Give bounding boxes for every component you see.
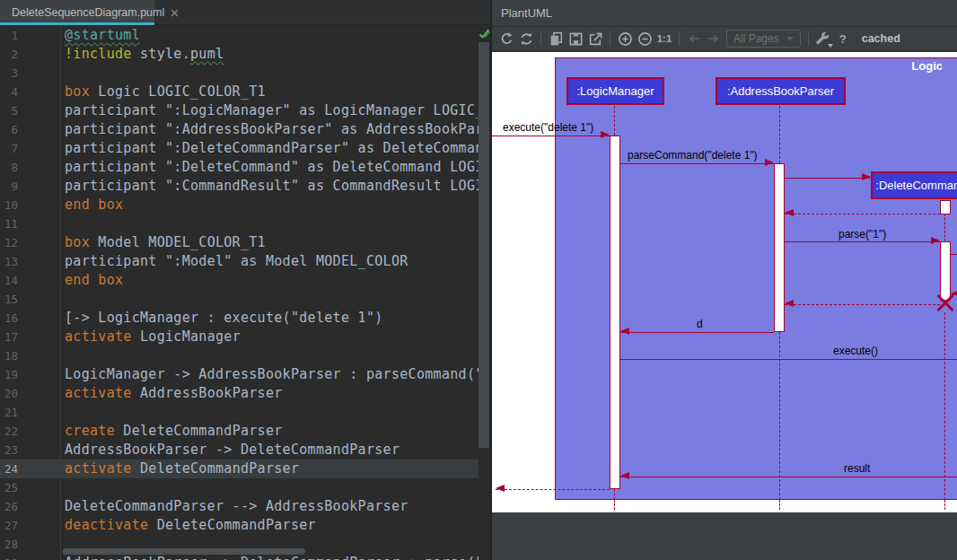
code-line[interactable]: 25 (0, 478, 478, 497)
render-button[interactable] (496, 29, 516, 48)
participant-delete-command-parser: :DeleteCommandParser (871, 171, 957, 199)
code-text: participant ":DeleteCommand" as DeleteCo… (65, 158, 478, 177)
code-line[interactable]: 29AddressBookParser -> DeleteCommandPars… (0, 554, 478, 560)
code-text: participant ":LogicManager" as LogicMana… (65, 101, 478, 120)
line-number: 3 (0, 64, 18, 83)
tab-delete-sequence-diagram[interactable]: DeleteSequenceDiagram.puml (0, 0, 154, 25)
code-line[interactable]: 27deactivate DeleteCommandParser (0, 516, 478, 535)
code-line[interactable]: 4box Logic LOGIC_COLOR_T1 (0, 83, 478, 101)
code-text: AddressBookParser -> DeleteCommandParser… (65, 554, 478, 560)
code-line[interactable]: 20activate AddressBookParser (0, 384, 478, 403)
arrowhead-icon (601, 131, 610, 138)
line-number: 26 (0, 497, 18, 516)
line-number: 4 (0, 83, 18, 101)
code-text: !include style.puml (65, 45, 224, 64)
code-line[interactable]: 9participant ":CommandResult" as Command… (0, 177, 478, 196)
line-number: 18 (0, 346, 18, 365)
code-text: DeleteCommandParser --> AddressBookParse… (65, 497, 408, 516)
help-icon: ? (839, 32, 847, 46)
code-line[interactable]: 7participant ":DeleteCommandParser" as D… (0, 139, 478, 158)
message-execute-delete-line (492, 136, 610, 136)
code-line[interactable]: 11 (0, 214, 478, 233)
code-line[interactable]: 1@startuml (0, 26, 478, 45)
line-number: 22 (0, 422, 18, 441)
line-number: 19 (0, 365, 18, 384)
participant-logic-manager: :LogicManager (566, 77, 664, 105)
settings-button[interactable] (813, 29, 833, 48)
line-number: 25 (0, 478, 18, 497)
save-diagram-button[interactable] (566, 29, 585, 48)
plantuml-toolbar: 1:1 All Pages (492, 27, 957, 51)
vertical-scrollbar-thumb[interactable] (478, 42, 489, 448)
editor-pane: DeleteSequenceDiagram.puml 1@startuml2!i… (0, 0, 490, 560)
code-line[interactable]: 15 (0, 290, 478, 309)
line-number: 1 (0, 26, 18, 45)
vertical-scrollbar[interactable] (478, 26, 490, 560)
line-number: 23 (0, 441, 18, 459)
code-line[interactable]: 22create DeleteCommandParser (0, 422, 478, 441)
horizontal-scrollbar-thumb[interactable] (63, 548, 305, 555)
line-number: 21 (0, 403, 18, 422)
line-number: 8 (0, 158, 18, 177)
arrowhead-icon (862, 173, 871, 180)
message-execute-delete-label: execute("delete 1") (503, 121, 593, 134)
activation-address-book-parser (774, 163, 785, 332)
code-rows[interactable]: 1@startuml2!include style.puml34box Logi… (0, 26, 478, 560)
toolbar-separator (679, 31, 680, 46)
message-parse-command-line (620, 163, 774, 164)
code-editor[interactable]: 1@startuml2!include style.puml34box Logi… (0, 26, 490, 560)
arrowhead-icon (496, 485, 505, 492)
activation-delete-command-parser (940, 200, 951, 214)
prev-page-button[interactable] (684, 29, 704, 48)
code-text: end box (65, 271, 123, 290)
code-line[interactable]: 26DeleteCommandParser --> AddressBookPar… (0, 497, 478, 516)
code-line[interactable]: 10end box (0, 196, 478, 214)
copy-icon (549, 31, 564, 47)
copy-diagram-button[interactable] (546, 29, 566, 48)
line-number: 7 (0, 139, 18, 158)
line-number: 14 (0, 271, 18, 290)
zoom-in-button[interactable] (615, 29, 635, 48)
export-diagram-button[interactable] (585, 29, 605, 48)
code-line[interactable]: 12box Model MODEL_COLOR_T1 (0, 233, 478, 252)
code-line[interactable]: 17activate LogicManager (0, 328, 478, 346)
zoom-actual-button[interactable]: 1:1 (654, 29, 674, 48)
code-line[interactable]: 21 (0, 403, 478, 422)
message-parse-command-label: parseCommand("delete 1") (628, 149, 758, 162)
lifeline-address-book-parser (779, 332, 780, 500)
code-line[interactable]: 16[-> LogicManager : execute("delete 1") (0, 309, 478, 328)
code-line[interactable]: 14end box (0, 271, 478, 290)
message-parse-one-label: parse("1") (838, 228, 886, 241)
code-line[interactable]: 3 (0, 64, 478, 83)
code-text: box Logic LOGIC_COLOR_T1 (65, 83, 266, 101)
code-line[interactable]: 19LogicManager -> AddressBookParser : pa… (0, 365, 478, 384)
chevron-down-icon (786, 37, 794, 41)
tab-title: DeleteSequenceDiagram.puml (12, 6, 164, 19)
code-line[interactable]: 8participant ":DeleteCommand" as DeleteC… (0, 158, 478, 177)
code-line[interactable]: 13participant ":Model" as Model MODEL_CO… (0, 252, 478, 271)
diagram-preview[interactable]: Logic :LogicManager :AddressBookParser :… (492, 52, 957, 512)
zoom-out-button[interactable] (635, 29, 654, 48)
return-to-address-book-parser-line (785, 214, 940, 214)
page-selector[interactable]: All Pages (726, 30, 801, 48)
code-text: activate DeleteCommandParser (65, 459, 299, 478)
code-line[interactable]: 2!include style.puml (0, 45, 478, 64)
next-page-button[interactable] (704, 29, 724, 48)
help-button[interactable]: ? (833, 29, 853, 48)
code-line[interactable]: 24activate DeleteCommandParser (0, 459, 478, 478)
code-line[interactable]: 18 (0, 346, 478, 365)
code-line[interactable]: 23AddressBookParser -> DeleteCommandPars… (0, 441, 478, 459)
inspections-ok-icon[interactable] (478, 27, 490, 43)
code-text: activate LogicManager (65, 328, 241, 346)
participant-address-book-parser: :AddressBookParser (716, 77, 846, 105)
code-text: deactivate DeleteCommandParser (65, 516, 316, 535)
line-number: 13 (0, 252, 18, 271)
line-number: 10 (0, 196, 18, 214)
code-line[interactable]: 5participant ":LogicManager" as LogicMan… (0, 101, 478, 120)
close-icon[interactable] (171, 9, 179, 17)
line-number: 17 (0, 328, 18, 346)
message-result-label: result (844, 462, 870, 475)
reload-button[interactable] (516, 29, 536, 48)
line-number: 12 (0, 233, 18, 252)
code-line[interactable]: 6participant ":AddressBookParser" as Add… (0, 120, 478, 139)
